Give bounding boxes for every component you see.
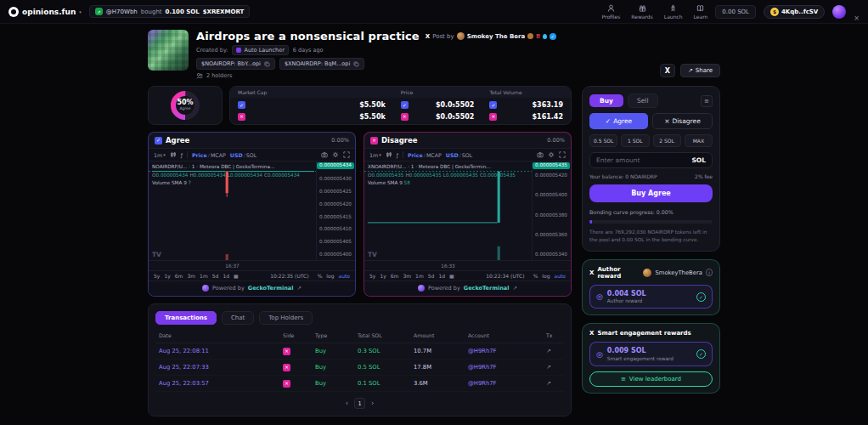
chart-clock[interactable]: 10:22:35 (UTC) — [270, 273, 308, 279]
copy-icon[interactable] — [264, 61, 270, 67]
usd-sol-toggle[interactable]: USD/SOL — [230, 152, 256, 158]
close-icon[interactable]: × — [854, 14, 860, 22]
camera-icon[interactable] — [321, 151, 328, 158]
range-6m[interactable]: 6m — [391, 273, 399, 279]
range-1d[interactable]: 1d — [438, 273, 445, 279]
chart-range-bar: 5y 1y 6m 3m 1m 5d 1d ▦ 10:22:35 (UTC) % … — [149, 270, 355, 280]
activity-ticker[interactable]: ↗ @H70Wbh bought 0.100 SOL $XREXMORT — [89, 5, 250, 18]
candles-icon[interactable] — [386, 151, 392, 158]
amount-field[interactable]: SOL — [589, 152, 713, 168]
sell-tab[interactable]: Sell — [628, 94, 658, 108]
buy-agree-button[interactable]: Buy Agree — [589, 184, 713, 202]
auto-scale-button[interactable]: auto — [554, 273, 566, 279]
gear-icon[interactable] — [548, 151, 555, 158]
price-axis[interactable]: 0.000005434 0.000005434 0.000005430 0.00… — [316, 162, 355, 260]
indicators-icon[interactable]: ƒ — [397, 152, 398, 158]
range-1y[interactable]: 1y — [380, 273, 386, 279]
range-3m[interactable]: 3m — [187, 273, 195, 279]
price-axis[interactable]: 0.000005435 0.000005420 0.000005400 0.00… — [532, 162, 571, 260]
percent-scale-button[interactable]: % — [318, 273, 323, 279]
creator-pill[interactable]: Auto Launcher — [232, 45, 288, 55]
chart-area[interactable]: NOAIRDRP/U... · 1 · Meteora DBC | GeckoT… — [149, 162, 355, 270]
fullscreen-icon[interactable] — [343, 151, 350, 158]
range-1m[interactable]: 1m — [200, 273, 208, 279]
info-icon[interactable]: i — [706, 269, 713, 276]
nav-learn[interactable]: Learn — [694, 4, 708, 20]
market-cap-column: ✓$5.50k ×$5.50k — [230, 98, 393, 124]
time-axis[interactable]: 16:37 — [149, 260, 355, 270]
prev-page-button[interactable]: ‹ — [346, 400, 348, 407]
tab-chat[interactable]: Chat — [222, 311, 254, 325]
header-actions: X ↗ Share — [660, 64, 720, 77]
range-6m[interactable]: 6m — [175, 273, 183, 279]
external-link-icon: ↗ — [296, 285, 301, 292]
user-avatar[interactable] — [832, 5, 846, 19]
range-5y[interactable]: 5y — [154, 273, 160, 279]
account-link[interactable]: @H9Rh7F — [468, 348, 546, 354]
buy-tab[interactable]: Buy — [589, 94, 623, 107]
range-1m[interactable]: 1m — [415, 273, 424, 279]
range-5d[interactable]: 5d — [428, 273, 435, 279]
powered-by-link[interactable]: Powered by GeckoTerminal ↗ — [149, 280, 355, 296]
app-logo[interactable]: opinions.fun ▾ — [8, 7, 82, 17]
tx-external-link-icon[interactable]: ↗ — [546, 348, 561, 354]
chart-symbol: NOAIRDRP/U... · 1 · Meteora DBC | GeckoT… — [152, 163, 302, 172]
range-1y[interactable]: 1y — [164, 273, 170, 279]
view-leaderboard-button[interactable]: ≡ View leaderboard — [589, 371, 713, 387]
fullscreen-icon[interactable] — [559, 151, 566, 158]
nav-launch[interactable]: Launch — [664, 4, 683, 20]
price-mcap-toggle[interactable]: Price/MCAP — [192, 152, 226, 158]
log-scale-button[interactable]: log — [542, 273, 550, 279]
chart-clock[interactable]: 10:22:34 (UTC) — [486, 273, 524, 279]
tab-transactions[interactable]: Transactions — [155, 311, 217, 325]
tradingview-logo[interactable]: TV — [152, 251, 161, 258]
tx-external-link-icon[interactable]: ↗ — [546, 364, 561, 371]
share-button[interactable]: ↗ Share — [680, 64, 720, 77]
usd-sol-toggle[interactable]: USD/SOL — [446, 152, 472, 158]
interval-select[interactable]: 1m▾ — [369, 152, 381, 158]
post-by[interactable]: X Post by Smokey The Bera ‼ ✓ — [426, 32, 556, 40]
sol-balance: 0.00 SOL — [715, 5, 756, 19]
calendar-icon[interactable]: ▦ — [449, 273, 454, 279]
calendar-icon[interactable]: ▦ — [234, 273, 239, 279]
auto-scale-button[interactable]: auto — [338, 273, 350, 279]
candles-icon[interactable] — [170, 151, 177, 158]
gear-icon[interactable] — [332, 151, 339, 158]
nav-rewards[interactable]: Rewards — [631, 4, 652, 20]
price-mcap-toggle[interactable]: Price/MCAP — [408, 152, 442, 158]
agree-side-button[interactable]: ✓Agree — [589, 113, 648, 129]
chart-area[interactable]: XNOAIRDRP/U... · 1 · Meteora DBC | Gecko… — [364, 162, 571, 270]
preset-half-sol[interactable]: 0.5 SOL — [589, 134, 617, 147]
time-axis[interactable]: 16:33 — [364, 260, 571, 270]
range-5y[interactable]: 5y — [369, 273, 375, 279]
indicators-icon[interactable]: ƒ — [181, 152, 183, 158]
x-share-button[interactable]: X — [660, 64, 675, 77]
interval-select[interactable]: 1m▾ — [154, 152, 166, 158]
powered-by-link[interactable]: Powered by GeckoTerminal ↗ — [364, 280, 571, 296]
tab-top-holders[interactable]: Top Holders — [259, 311, 313, 325]
page-number[interactable]: 1 — [354, 398, 365, 409]
nav-profiles[interactable]: Profiles — [602, 4, 621, 20]
range-5d[interactable]: 5d — [212, 273, 219, 279]
percent-scale-button[interactable]: % — [533, 273, 538, 279]
wallet-button[interactable]: $ 4Kqb..fcSV — [764, 5, 825, 19]
range-1d[interactable]: 1d — [223, 273, 229, 279]
preset-max[interactable]: MAX — [685, 134, 713, 147]
preset-one-sol[interactable]: 1 SOL — [621, 134, 649, 147]
tradingview-logo[interactable]: TV — [368, 251, 377, 258]
disagree-token-pill[interactable]: $XNOAIRDRP: BqM...opi — [279, 58, 364, 70]
next-page-button[interactable]: › — [371, 400, 374, 407]
copy-icon[interactable] — [353, 61, 359, 67]
range-3m[interactable]: 3m — [403, 273, 411, 279]
disagree-side-button[interactable]: ×Disagree — [652, 113, 713, 129]
camera-icon[interactable] — [537, 151, 544, 158]
account-link[interactable]: @H9Rh7F — [468, 380, 546, 387]
amount-input[interactable] — [596, 156, 688, 164]
tx-external-link-icon[interactable]: ↗ — [546, 380, 561, 387]
slippage-settings-icon[interactable]: ≡ — [701, 95, 713, 107]
preset-two-sol[interactable]: 2 SOL — [653, 134, 681, 147]
account-link[interactable]: @H9Rh7F — [468, 364, 546, 371]
log-scale-button[interactable]: log — [326, 273, 334, 279]
disagree-token-address: $XNOAIRDRP: BqM...opi — [285, 60, 350, 67]
agree-token-pill[interactable]: $NOAIRDRP: BbY...opi — [196, 58, 275, 70]
